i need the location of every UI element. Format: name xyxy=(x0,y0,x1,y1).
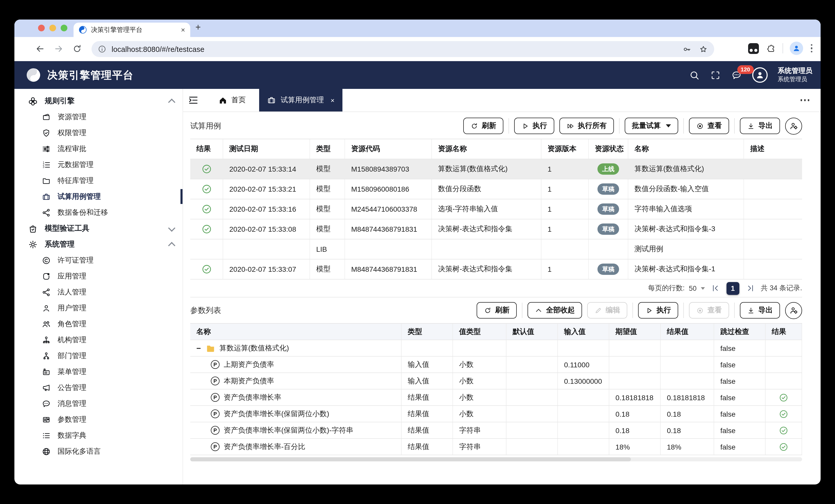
batch-test-dropdown[interactable]: 批量试算 xyxy=(625,118,678,134)
sidebar-item-resource[interactable]: 资源管理 xyxy=(14,109,183,125)
sidebar-item-legal-entity[interactable]: 法人管理 xyxy=(14,284,183,300)
address-bar[interactable]: localhost:8080/#/re/testcase xyxy=(91,41,714,57)
col-header[interactable]: 测试日期 xyxy=(223,139,310,159)
export-button[interactable]: 导出 xyxy=(740,118,780,134)
params-refresh-button[interactable]: 刷新 xyxy=(476,302,517,318)
browser-tab[interactable]: 决策引擎管理平台 × xyxy=(74,23,190,37)
table-row[interactable]: 2020-02-07 15:33:08 模型 M848744368791831 … xyxy=(190,219,802,239)
sidebar-item-permission[interactable]: 权限管理 xyxy=(14,125,183,141)
param-row[interactable]: P资产负债率增长率(保留两位小数)-字符串 结果值 字符串 0.18 0.18 … xyxy=(190,422,802,439)
new-tab-button[interactable]: + xyxy=(196,22,201,33)
tab-close-icon[interactable]: × xyxy=(181,26,185,34)
forward-icon[interactable] xyxy=(54,44,64,54)
tab-home[interactable]: 首页 xyxy=(219,96,246,105)
run-button[interactable]: 执行 xyxy=(514,118,554,134)
sidebar-item-license[interactable]: 许可证管理 xyxy=(14,252,183,268)
param-row[interactable]: P资产负债率增长率-百分比 结果值 字符串 18% 18% false xyxy=(190,439,802,455)
col-header[interactable]: 默认值 xyxy=(506,324,558,340)
table-row[interactable]: LIB 测试用例 xyxy=(190,239,802,259)
table-row[interactable]: 2020-02-07 15:33:16 模型 M245447106003378 … xyxy=(190,200,802,219)
col-header[interactable]: 资源名称 xyxy=(432,139,542,159)
table-row[interactable]: 2020-02-07 15:33:07 模型 M848744368791831 … xyxy=(190,259,802,279)
caret-down-icon[interactable] xyxy=(700,287,705,290)
sidebar-item-department[interactable]: 部门管理 xyxy=(14,348,183,364)
sidebar-item-workflow-approval[interactable]: 流程审批 xyxy=(14,141,183,157)
browser-menu-icon[interactable] xyxy=(810,43,813,54)
run-all-button[interactable]: 执行所有 xyxy=(559,118,614,134)
close-window-button[interactable] xyxy=(38,25,45,31)
col-header[interactable]: 结果 xyxy=(766,324,802,340)
sidebar-item-backup-migration[interactable]: 数据备份和迁移 xyxy=(14,205,183,220)
user-info[interactable]: 系统管理员 系统管理员 xyxy=(778,67,812,83)
back-icon[interactable] xyxy=(35,44,45,54)
sidebar-item-i18n[interactable]: 国际化多语言 xyxy=(14,443,183,459)
col-header[interactable]: 资源状态 xyxy=(589,139,628,159)
col-header[interactable]: 名称 xyxy=(190,324,402,340)
minimize-window-button[interactable] xyxy=(49,25,56,31)
sidebar-item-testcase[interactable]: 试算用例管理 xyxy=(14,189,183,205)
col-header[interactable]: 名称 xyxy=(628,139,744,159)
table-row[interactable]: 2020-02-07 15:33:14 模型 M1580894389703 算数… xyxy=(190,159,802,179)
param-row[interactable]: P本期资产负债率 输入值 小数 0.13000000 false xyxy=(190,373,802,390)
col-header[interactable]: 结果 xyxy=(190,139,223,159)
col-header[interactable]: 类型 xyxy=(310,139,345,159)
collapse-group-icon[interactable]: − xyxy=(197,344,201,353)
current-page[interactable]: 1 xyxy=(726,282,739,295)
col-header[interactable]: 结果值 xyxy=(661,324,714,340)
bookmark-star-icon[interactable] xyxy=(699,44,708,54)
dark-extension-icon[interactable] xyxy=(748,43,759,54)
browser-profile-avatar[interactable] xyxy=(790,42,803,55)
sidebar-item-metadata[interactable]: 123 元数据管理 xyxy=(14,157,183,173)
col-header[interactable]: 值类型 xyxy=(453,324,506,340)
sidebar-item-menu[interactable]: 菜单管理 xyxy=(14,364,183,380)
password-key-icon[interactable] xyxy=(682,44,692,54)
rows-per-page-select[interactable]: 50 xyxy=(689,285,696,292)
scrollbar-thumb[interactable] xyxy=(190,457,631,461)
sidebar-item-role[interactable]: 角色管理 xyxy=(14,316,183,332)
col-header[interactable]: 描述 xyxy=(744,139,802,159)
sidebar-group-rule-engine[interactable]: 规则引擎 xyxy=(14,93,183,109)
tab-testcase-active[interactable]: 试算用例管理 × xyxy=(259,89,342,111)
params-export-button[interactable]: 导出 xyxy=(740,302,780,318)
col-header[interactable]: 类型 xyxy=(402,324,453,340)
params-run-button[interactable]: 执行 xyxy=(638,302,678,318)
sidebar-item-notice[interactable]: 公告管理 xyxy=(14,380,183,396)
sidebar-item-message[interactable]: 消息管理 xyxy=(14,396,183,412)
param-row[interactable]: P资产负债率增长率(保留两位小数) 结果值 小数 0.18 0.18 false xyxy=(190,406,802,422)
sidebar-item-application[interactable]: 应用管理 xyxy=(14,268,183,284)
col-header[interactable]: 跳过检查 xyxy=(714,324,766,340)
sidebar-item-feature-library[interactable]: 特征库管理 xyxy=(14,173,183,189)
search-icon[interactable] xyxy=(689,70,699,80)
extensions-puzzle-icon[interactable] xyxy=(765,43,776,54)
url-text[interactable]: localhost:8080/#/re/testcase xyxy=(111,45,682,53)
reload-icon[interactable] xyxy=(72,44,82,54)
view-button[interactable]: 查看 xyxy=(689,118,729,134)
col-header[interactable]: 期望值 xyxy=(609,324,661,340)
param-row[interactable]: P上期资产负债率 输入值 小数 0.11000 false xyxy=(190,357,802,373)
sidebar-group-system[interactable]: 系统管理 xyxy=(14,236,183,252)
zoom-window-button[interactable] xyxy=(61,25,67,31)
user-avatar[interactable] xyxy=(752,67,767,83)
site-info-icon[interactable] xyxy=(98,45,106,54)
fullscreen-icon[interactable] xyxy=(710,70,720,80)
horizontal-scrollbar[interactable] xyxy=(190,457,802,461)
collapse-sidebar-icon[interactable] xyxy=(188,94,199,106)
table-row[interactable]: 2020-02-07 15:33:21 模型 M1580960080186 数值… xyxy=(190,179,802,200)
tab-close-icon[interactable]: × xyxy=(331,96,334,104)
param-group-row[interactable]: − 算数运算(数值格式化) false xyxy=(190,340,802,357)
last-page-icon[interactable] xyxy=(746,284,754,292)
more-options-icon[interactable] xyxy=(800,100,809,101)
params-view-button[interactable]: 查看 xyxy=(689,302,729,318)
param-row[interactable]: P资产负债率增长率 结果值 小数 0.18181818 0.18181818 f… xyxy=(190,390,802,406)
sidebar-item-user[interactable]: 用户管理 xyxy=(14,300,183,316)
col-header[interactable]: 资源版本 xyxy=(542,139,589,159)
refresh-button[interactable]: 刷新 xyxy=(463,118,503,134)
params-column-settings-button[interactable] xyxy=(785,302,802,319)
first-page-icon[interactable] xyxy=(711,284,719,292)
col-header[interactable]: 资源代码 xyxy=(345,139,432,159)
sidebar-item-parameter[interactable]: 参数管理 xyxy=(14,412,183,427)
sidebar-item-organization[interactable]: 机构管理 xyxy=(14,332,183,348)
col-header[interactable]: 输入值 xyxy=(558,324,609,340)
edit-button[interactable]: 编辑 xyxy=(587,302,627,318)
collapse-all-button[interactable]: 全部收起 xyxy=(528,302,582,318)
